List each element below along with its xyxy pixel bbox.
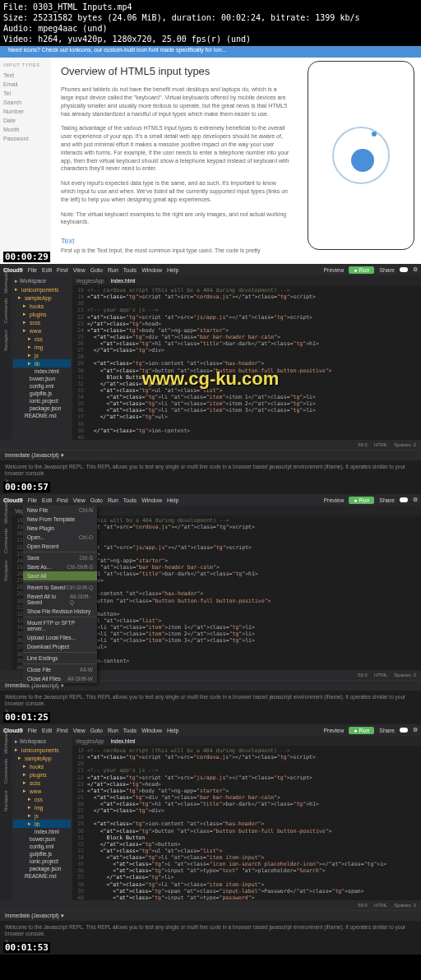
menu-item[interactable]: Revert All to SavedAlt-Shift-Q [23, 592, 97, 607]
tree-item[interactable]: ▸img [13, 803, 71, 811]
menu-item[interactable]: Mount FTP or SFTP server... [23, 618, 97, 633]
tab[interactable]: index.html [111, 738, 136, 744]
menu-help[interactable]: Help [167, 267, 178, 273]
share-button[interactable]: Share [379, 267, 395, 273]
tree-item[interactable]: gulpfile.js [13, 850, 71, 858]
tab[interactable]: index.html [111, 278, 136, 284]
tree-item[interactable]: ▸js [13, 351, 71, 359]
menu-view[interactable]: View [73, 267, 86, 273]
tree-item[interactable]: ionic.project [13, 397, 71, 404]
menu-item[interactable]: Line Endings [23, 654, 97, 663]
tree-item[interactable]: ▸scss [13, 318, 71, 326]
menu-run[interactable]: Run [108, 267, 118, 273]
tree-item[interactable]: config.xml [13, 843, 71, 850]
tree-item[interactable]: package.json [13, 404, 71, 412]
tree-item[interactable]: ▸img [13, 343, 71, 351]
menu-item[interactable]: Open Recent [23, 542, 97, 551]
rail-commands[interactable]: Commands [3, 529, 8, 554]
tree-header[interactable]: ▸ Workspace [13, 277, 71, 285]
code-lines[interactable]: <!-- cordova script (this will be a 404 … [87, 285, 421, 440]
tree-item[interactable]: bower.json [13, 375, 71, 382]
tree-item[interactable]: ▸plugins [13, 770, 71, 779]
menu-window[interactable]: Window [141, 497, 162, 503]
rail-navigator[interactable]: Navigator [3, 560, 8, 581]
tree-item[interactable]: ▸sampleApp [13, 754, 71, 762]
menu-item[interactable]: Download Project [23, 642, 97, 651]
tree-item[interactable]: index.html [13, 368, 71, 375]
tree-item[interactable]: ▸scss [13, 779, 71, 787]
sidebar-item[interactable]: Tel [3, 89, 48, 98]
menu-window[interactable]: Window [141, 267, 162, 273]
sidebar-item[interactable]: Text [3, 71, 48, 80]
tree-item[interactable]: ▸hooks [13, 302, 71, 310]
tab[interactable]: VeggiesApp [76, 738, 104, 744]
tree-item[interactable]: config.xml [13, 382, 71, 390]
tree-item[interactable]: README.md [13, 872, 71, 880]
menu-help[interactable]: Help [167, 497, 178, 503]
menu-view[interactable]: View [73, 728, 86, 733]
menu-item[interactable]: Save As...Ctrl-Shift-S [23, 562, 97, 571]
menu-item[interactable]: Close All FilesAlt-Shift-W [23, 674, 97, 683]
tree-item[interactable]: package.json [13, 865, 71, 872]
rail-commands[interactable]: Commands [3, 298, 8, 324]
preview-button[interactable]: Preview [323, 497, 344, 503]
menu-item[interactable]: Show File Revision History [23, 607, 97, 616]
menu-run[interactable]: Run [108, 497, 118, 503]
menu-goto[interactable]: Goto [90, 728, 103, 733]
menu-edit[interactable]: Edit [42, 728, 52, 733]
tree-header[interactable]: ▸ Workspace [13, 737, 71, 746]
tree-item[interactable]: ▸www [13, 787, 71, 795]
preview-button[interactable]: Preview [323, 267, 344, 273]
tree-item[interactable]: ▸css [13, 335, 71, 343]
menu-item[interactable]: Revert to SavedCtrl-Shift-Q [23, 583, 97, 592]
terminal-tab[interactable]: Immediate (Javascript) ▾ [0, 911, 421, 921]
menu-help[interactable]: Help [167, 728, 178, 733]
menu-goto[interactable]: Goto [90, 497, 103, 503]
menu-file[interactable]: File [28, 497, 37, 503]
rail-workspace[interactable]: Workspace [3, 499, 8, 524]
terminal-tab[interactable]: Immediate (Javascript) ▾ [0, 451, 421, 460]
sidebar-item[interactable]: Month [3, 125, 48, 134]
menu-file[interactable]: File [28, 728, 37, 733]
menu-find[interactable]: Find [57, 267, 68, 273]
tree-item[interactable]: ▸css [13, 795, 71, 803]
gear-icon[interactable]: ⚙ [413, 727, 418, 733]
code-lines[interactable]: <!-- cordova script (this will be a 404 … [87, 746, 421, 900]
gear-icon[interactable]: ⚙ [413, 497, 418, 503]
run-button[interactable]: ● Run [349, 266, 374, 274]
tree-item[interactable]: index.html [13, 828, 71, 835]
menu-goto[interactable]: Goto [90, 267, 103, 273]
run-button[interactable]: ● Run [349, 727, 374, 734]
rail-navigator[interactable]: Navigator [3, 330, 8, 351]
sidebar-item[interactable]: Date [3, 116, 48, 125]
tree-item[interactable]: ▸www [13, 326, 71, 335]
menu-item[interactable]: Close FileAlt-W [23, 665, 97, 674]
menu-item[interactable]: New FileCtrl-N [23, 506, 97, 515]
rail-workspace[interactable]: Workspace [3, 269, 8, 294]
share-button[interactable]: Share [379, 728, 395, 733]
menu-file[interactable]: File [28, 267, 37, 273]
menu-item[interactable]: New From Template [23, 515, 97, 524]
tree-item[interactable]: gulpfile.js [13, 390, 71, 397]
tab[interactable]: VeggiesApp [76, 278, 104, 284]
tree-item[interactable]: ▸plugins [13, 310, 71, 318]
tree-item[interactable]: ionic.project [13, 858, 71, 865]
menu-run[interactable]: Run [108, 728, 118, 733]
menu-find[interactable]: Find [57, 497, 68, 503]
sidebar-item[interactable]: Search [3, 98, 48, 107]
menu-item[interactable]: Save All [23, 571, 97, 580]
menu-find[interactable]: Find [57, 728, 68, 733]
menu-item[interactable]: Open...Ctrl-O [23, 533, 97, 542]
rail-workspace[interactable]: Workspace [3, 729, 8, 754]
menu-item[interactable]: New Plugin [23, 524, 97, 533]
tree-item[interactable]: ▸lib [13, 359, 71, 368]
menu-tools[interactable]: Tools [123, 728, 136, 733]
rail-commands[interactable]: Commands [3, 759, 8, 784]
menu-tools[interactable]: Tools [123, 267, 136, 273]
code-area[interactable]: 18 19 20 21 22 23 24 25 26 27 28 29 30 3… [72, 285, 421, 440]
sidebar-item[interactable]: Email [3, 80, 48, 89]
tree-item[interactable]: ▸sampleApp [13, 294, 71, 302]
code-area[interactable]: 18 19 20 21 22 23 24 25 26 27 28 29 30 3… [72, 746, 421, 900]
rail-navigator[interactable]: Navigator [3, 790, 8, 811]
gear-icon[interactable]: ⚙ [413, 266, 418, 273]
